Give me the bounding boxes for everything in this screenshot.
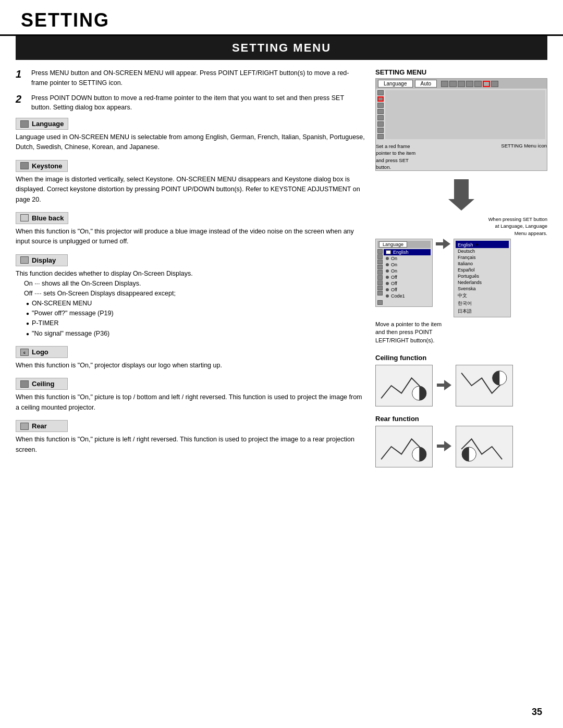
menu-icon-4 (466, 81, 473, 87)
menu-icons (441, 81, 498, 87)
blue-back-label: Blue back (16, 212, 68, 224)
section-language: Language Language used in ON-SCREEN MENU… (16, 118, 365, 153)
rear-before-svg (376, 426, 432, 467)
page-number: 35 (532, 707, 542, 718)
section-display: Display This function decides whether to… (16, 254, 365, 339)
lang-left-item-english: English (384, 249, 431, 255)
keystone-label: Keystone (16, 160, 68, 172)
lang-left-item-code1: Code1 (384, 293, 431, 299)
display-list-item: "Power off?" message (P19) (26, 309, 365, 318)
lang-menu-right: English + Deutsch Français Italiano Espa… (454, 239, 511, 317)
menu-topbar: Language Auto (376, 79, 547, 89)
rear-diagrams (375, 426, 547, 467)
lang-right-espanol: Español (456, 267, 509, 273)
section-logo: c Logo When this function is "On," proje… (16, 346, 365, 371)
left-icon-8 (377, 134, 384, 139)
blue-back-icon (20, 214, 29, 221)
lang-menu-note: When pressing SET button at Language, La… (375, 216, 547, 237)
ceiling-before-svg (376, 365, 432, 406)
logo-body: When this function is "On," projector di… (16, 361, 365, 371)
ceiling-function-label: Ceiling function (375, 354, 547, 362)
menu-icon-2 (449, 81, 457, 87)
rear-label: Rear (16, 420, 68, 432)
section-rear: Rear When this function is "On," picture… (16, 420, 365, 455)
blue-back-body: When this function is "On," this project… (16, 227, 365, 247)
ceiling-function-section: Ceiling function (375, 354, 547, 406)
ceiling-after-svg (456, 365, 512, 406)
display-label: Display (16, 254, 68, 266)
rear-function-section: Rear function (375, 415, 547, 467)
logo-label: c Logo (16, 346, 68, 358)
lang-left-item-on3: On (384, 268, 431, 274)
lang-left-item-off3: Off (384, 287, 431, 293)
logo-icon: c (20, 349, 29, 356)
menu-icon-1 (441, 81, 448, 87)
menu-icon-active (483, 81, 490, 87)
lang-right-portugues: Português (456, 273, 509, 279)
left-icon-7 (377, 128, 384, 133)
main-content: 1 Press MENU button and ON-SCREEN MENU w… (0, 60, 563, 484)
rear-arrow-svg (437, 441, 451, 451)
display-list: ON-SCREEN MENU "Power off?" message (P19… (26, 299, 365, 339)
move-instruction: Move a pointer to the item and then pres… (375, 320, 547, 344)
lang-menu-left: Language (375, 239, 433, 307)
left-icon-4 (377, 109, 384, 114)
lang-right-nederlands: Nederlands (456, 279, 509, 286)
ceiling-label: Ceiling (16, 378, 68, 390)
display-list-item: ON-SCREEN MENU (26, 299, 365, 309)
ceiling-arrow (437, 380, 451, 392)
left-icon-active (377, 96, 384, 102)
language-body: Language used in ON-SCREEN MENU is selec… (16, 132, 365, 153)
left-icon-3 (377, 103, 384, 108)
ceiling-diagrams (375, 365, 547, 406)
keystone-body: When the image is distorted vertically, … (16, 175, 365, 205)
left-column: 1 Press MENU button and ON-SCREEN MENU w… (16, 60, 365, 484)
page-header: SETTING (0, 0, 563, 36)
menu-content-area (385, 90, 545, 139)
lang-right-deutsch: Deutsch (456, 248, 509, 254)
svg-rect-3 (437, 384, 445, 387)
menu-icon-5 (474, 81, 482, 87)
rear-after-svg (456, 426, 512, 467)
rear-body: When this function is "On," picture is l… (16, 435, 365, 455)
rear-arrow (437, 441, 451, 453)
section-blue-back: Blue back When this function is "On," th… (16, 212, 365, 247)
display-icon (20, 256, 29, 264)
horiz-arrow (436, 239, 450, 249)
lang-right-english: English + (456, 241, 509, 248)
step-1: 1 Press MENU button and ON-SCREEN MENU w… (16, 68, 365, 88)
setting-menu-icon-label: SETTING Menu icon (463, 143, 547, 149)
lang-left-item-off2: Off (384, 280, 431, 287)
rear-function-label: Rear function (375, 415, 547, 423)
ceiling-arrow-svg (437, 380, 451, 390)
lang-menu-pair: Language (375, 239, 547, 317)
menu-icon-7 (491, 81, 498, 87)
svg-marker-8 (444, 441, 451, 451)
lang-left-item-on1: On (384, 255, 431, 262)
display-list-item: P-TIMER (26, 318, 365, 328)
auto-dropdown: Auto (415, 80, 437, 88)
menu-icon-3 (458, 81, 465, 87)
lang-right-italiano: Italiano (456, 261, 509, 267)
left-icon-1 (377, 90, 384, 95)
lang-right-francais: Français (456, 254, 509, 261)
ceiling-before-diagram (375, 365, 433, 406)
svg-rect-7 (437, 445, 445, 448)
arrow-down-shape (448, 179, 474, 211)
step-2: 2 Press POINT DOWN button to move a red-… (16, 93, 365, 113)
ceiling-body: When this function is "On," picture is t… (16, 392, 365, 413)
right-column: SETTING MENU Language Auto (375, 60, 547, 484)
lang-left-item-off1: Off (384, 274, 431, 280)
page-title: SETTING (21, 9, 542, 31)
keystone-icon (20, 162, 29, 169)
rear-after-diagram (456, 426, 513, 467)
svg-rect-0 (436, 242, 444, 245)
menu-left-icons (377, 90, 384, 139)
section-ceiling: Ceiling When this function is "On," pict… (16, 378, 365, 413)
lang-right-korean: 한국어 (456, 300, 509, 307)
display-list-item: "No signal" message (P36) (26, 329, 365, 339)
rear-before-diagram (375, 426, 433, 467)
lang-right-svenska: Svenska (456, 286, 509, 292)
language-icon (20, 120, 29, 128)
big-down-arrow (375, 174, 547, 216)
